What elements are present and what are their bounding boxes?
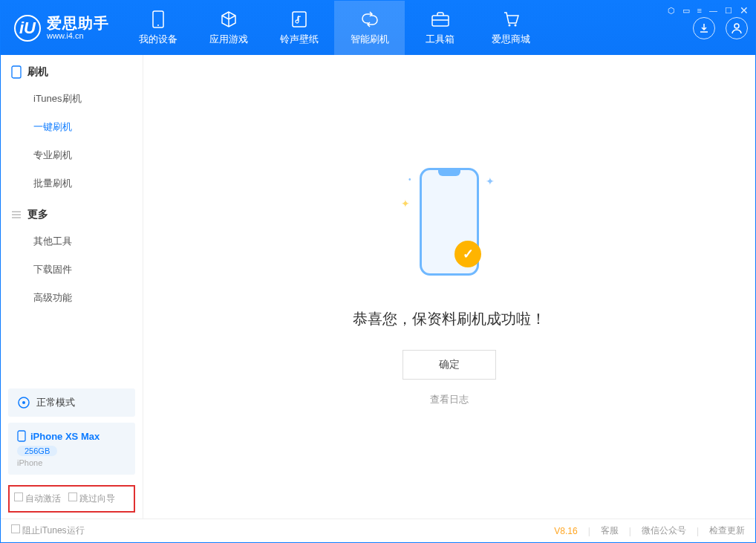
device-name: iPhone XS Max (30, 431, 100, 442)
success-illustration: ✦ ✦ • ✓ (408, 168, 490, 287)
svg-rect-10 (18, 431, 25, 441)
success-message: 恭喜您，保资料刷机成功啦！ (353, 309, 546, 329)
tab-store[interactable]: 爱思商城 (475, 1, 546, 55)
shop-icon (501, 10, 521, 29)
phone-icon (11, 65, 22, 79)
minimize-button[interactable]: — (709, 6, 717, 15)
toolbox-icon (431, 10, 450, 29)
view-log-link[interactable]: 查看日志 (430, 393, 469, 406)
mode-label: 正常模式 (36, 396, 75, 409)
tab-label: 我的设备 (139, 33, 177, 46)
cube-icon (219, 10, 238, 29)
sidebar-item-oneclick-flash[interactable]: 一键刷机 (1, 113, 143, 141)
menu-icon[interactable]: ≡ (697, 6, 702, 15)
titlebar-controls: ⬡ ▭ ≡ — ☐ ✕ (668, 4, 749, 16)
app-title: 爱思助手 (47, 15, 109, 31)
tab-label: 智能刷机 (351, 33, 389, 46)
device-storage: 256GB (17, 446, 57, 456)
tshirt-icon[interactable]: ⬡ (668, 6, 675, 16)
header: iU 爱思助手 www.i4.cn 我的设备 应用游戏 铃声壁纸 智能刷机 工具… (1, 1, 755, 55)
tab-toolbox[interactable]: 工具箱 (405, 1, 475, 55)
version-label: V8.16 (554, 526, 577, 536)
sidebar-item-advanced[interactable]: 高级功能 (1, 284, 143, 312)
sidebar-item-other-tools[interactable]: 其他工具 (1, 227, 143, 256)
svg-point-4 (508, 25, 510, 27)
section-title: 刷机 (27, 65, 48, 79)
menu-icon (11, 209, 22, 220)
nav-tabs: 我的设备 应用游戏 铃声壁纸 智能刷机 工具箱 爱思商城 (123, 1, 546, 55)
sidebar-section-flash: 刷机 (1, 55, 143, 85)
mode-card[interactable]: 正常模式 (8, 388, 135, 417)
highlighted-checkbox-row: 自动激活 跳过向导 (8, 485, 135, 513)
tab-apps-games[interactable]: 应用游戏 (193, 1, 264, 55)
checkbox-skip-wizard[interactable]: 跳过向导 (68, 492, 115, 505)
svg-point-6 (734, 24, 739, 28)
app-url: www.i4.cn (47, 31, 109, 40)
tab-label: 铃声壁纸 (280, 33, 319, 46)
sidebar-item-download-firmware[interactable]: 下载固件 (1, 256, 143, 284)
tab-smart-flash[interactable]: 智能刷机 (334, 1, 405, 55)
footer: 阻止iTunes运行 V8.16 | 客服 | 微信公众号 | 检查更新 (1, 518, 755, 542)
svg-point-9 (22, 401, 25, 404)
tab-my-device[interactable]: 我的设备 (123, 1, 193, 55)
maximize-button[interactable]: ☐ (725, 6, 732, 16)
logo-icon: iU (14, 15, 41, 42)
section-title: 更多 (27, 208, 48, 221)
close-button[interactable]: ✕ (740, 4, 749, 16)
download-button[interactable] (693, 17, 715, 39)
sidebar-item-pro-flash[interactable]: 专业刷机 (1, 141, 143, 169)
device-icon (17, 430, 26, 442)
checkbox-block-itunes[interactable]: 阻止iTunes运行 (11, 524, 85, 537)
tab-ringtone-wallpaper[interactable]: 铃声壁纸 (264, 1, 334, 55)
svg-rect-3 (432, 16, 449, 26)
tab-label: 应用游戏 (209, 33, 248, 46)
checkbox-auto-activate[interactable]: 自动激活 (14, 492, 61, 505)
sidebar-item-batch-flash[interactable]: 批量刷机 (1, 169, 143, 198)
device-type: iPhone (17, 458, 126, 467)
user-button[interactable] (726, 17, 748, 39)
music-icon (290, 10, 309, 29)
recovery-icon (17, 396, 30, 409)
device-card[interactable]: iPhone XS Max 256GB iPhone (8, 423, 135, 475)
svg-rect-2 (293, 12, 306, 27)
note-icon[interactable]: ▭ (682, 6, 690, 16)
ok-button[interactable]: 确定 (403, 350, 496, 380)
sidebar-section-more: 更多 (1, 198, 143, 227)
sidebar-item-itunes-flash[interactable]: iTunes刷机 (1, 85, 143, 113)
sidebar: 刷机 iTunes刷机 一键刷机 专业刷机 批量刷机 更多 其他工具 下载固件 … (1, 55, 143, 518)
refresh-icon (360, 10, 379, 29)
wechat-link[interactable]: 微信公众号 (642, 524, 686, 537)
logo-area: iU 爱思助手 www.i4.cn (14, 15, 109, 42)
svg-point-5 (514, 25, 516, 27)
support-link[interactable]: 客服 (601, 524, 619, 537)
tab-label: 工具箱 (426, 33, 454, 46)
check-icon: ✓ (454, 241, 481, 267)
device-icon (149, 10, 168, 29)
check-update-link[interactable]: 检查更新 (709, 524, 745, 537)
tab-label: 爱思商城 (492, 33, 530, 46)
svg-point-1 (157, 25, 159, 26)
svg-rect-7 (12, 66, 21, 78)
main-content: ✦ ✦ • ✓ 恭喜您，保资料刷机成功啦！ 确定 查看日志 (143, 55, 755, 518)
